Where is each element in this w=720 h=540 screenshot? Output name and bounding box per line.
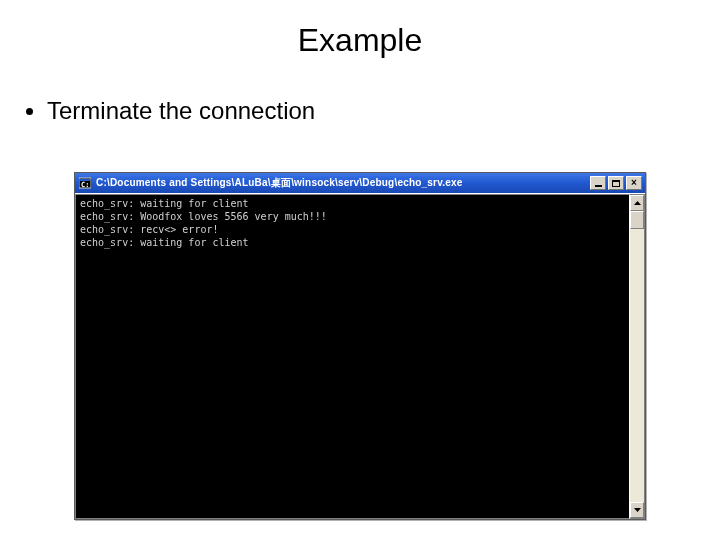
window-titlebar[interactable]: C: C:\Documents and Settings\ALuBa\桌面\wi… (75, 173, 645, 193)
scroll-up-button[interactable] (630, 195, 644, 211)
maximize-button[interactable] (608, 176, 624, 190)
console-line: echo_srv: Woodfox loves 5566 very much!!… (80, 211, 327, 222)
vertical-scrollbar[interactable] (629, 194, 645, 519)
bullet-item: Terminate the connection (26, 97, 720, 125)
window-title: C:\Documents and Settings\ALuBa\桌面\winso… (96, 176, 590, 190)
svg-marker-3 (634, 201, 641, 205)
bullet-text: Terminate the connection (47, 97, 315, 125)
app-icon: C: (78, 176, 92, 190)
window-buttons: × (590, 176, 642, 190)
console-client-area: echo_srv: waiting for client echo_srv: W… (75, 193, 645, 519)
slide-title: Example (0, 0, 720, 59)
bullet-dot-icon (26, 108, 33, 115)
slide: Example Terminate the connection C: C:\D… (0, 0, 720, 540)
close-button[interactable]: × (626, 176, 642, 190)
minimize-button[interactable] (590, 176, 606, 190)
console-line: echo_srv: waiting for client (80, 237, 249, 248)
console-output[interactable]: echo_srv: waiting for client echo_srv: W… (75, 194, 629, 519)
console-line: echo_srv: waiting for client (80, 198, 249, 209)
scroll-down-button[interactable] (630, 502, 644, 518)
console-line: echo_srv: recv<> error! (80, 224, 218, 235)
scroll-track[interactable] (630, 211, 644, 502)
console-window: C: C:\Documents and Settings\ALuBa\桌面\wi… (74, 172, 646, 520)
scroll-thumb[interactable] (630, 211, 644, 229)
svg-marker-4 (634, 508, 641, 512)
svg-text:C:: C: (81, 181, 89, 189)
